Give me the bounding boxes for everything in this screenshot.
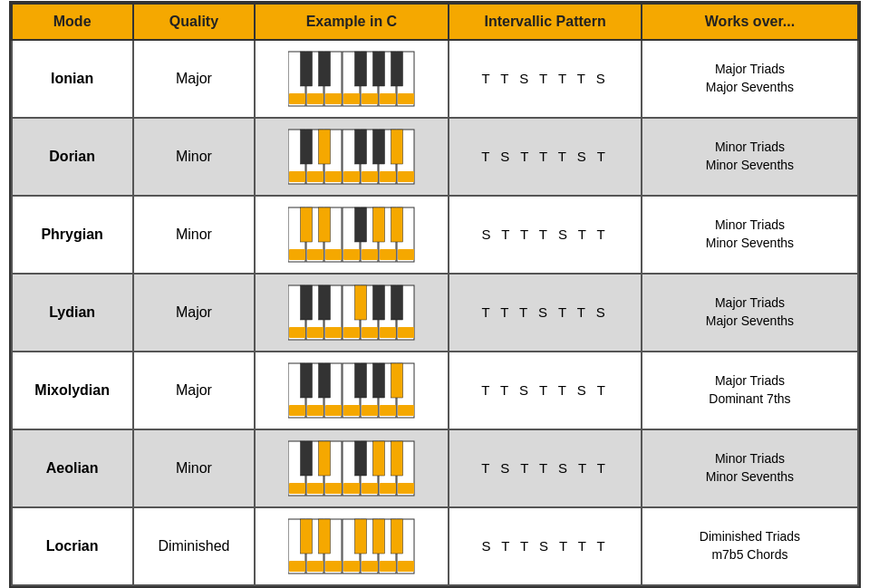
pattern-cell: T S T T S T T	[449, 429, 642, 507]
svg-rect-35	[354, 130, 366, 164]
svg-rect-88	[380, 405, 396, 416]
quality-cell: Major	[133, 40, 255, 118]
header-quality: Quality	[133, 4, 255, 40]
header-pattern: Intervallic Pattern	[449, 4, 642, 40]
quality-cell: Minor	[133, 429, 255, 507]
svg-rect-84	[307, 405, 323, 416]
svg-rect-69	[380, 327, 396, 338]
svg-rect-89	[398, 405, 414, 416]
svg-rect-93	[372, 363, 384, 398]
svg-rect-85	[325, 405, 342, 416]
svg-rect-107	[380, 483, 396, 494]
svg-rect-50	[380, 249, 396, 260]
piano-cell	[255, 40, 449, 118]
svg-rect-121	[289, 561, 305, 572]
works-cell: Major TriadsMajor Sevenths	[642, 274, 857, 352]
svg-rect-48	[343, 249, 360, 260]
quality-cell: Minor	[133, 196, 255, 274]
mode-cell: Dorian	[12, 118, 133, 196]
svg-rect-74	[372, 285, 384, 320]
mode-cell: Locrian	[12, 507, 133, 585]
svg-rect-70	[398, 327, 414, 338]
svg-rect-75	[391, 285, 402, 320]
svg-rect-130	[354, 519, 366, 554]
svg-rect-49	[362, 249, 378, 260]
mode-cell: Mixolydian	[12, 352, 133, 429]
svg-rect-66	[325, 327, 342, 338]
svg-rect-17	[372, 52, 384, 86]
svg-rect-73	[354, 285, 366, 320]
svg-rect-53	[318, 207, 330, 242]
piano-cell	[255, 507, 449, 585]
svg-rect-36	[372, 130, 384, 164]
svg-rect-14	[300, 52, 312, 86]
svg-rect-71	[300, 285, 312, 320]
pattern-cell: T T T S T T S	[449, 274, 642, 352]
header-works: Works over...	[642, 4, 857, 40]
svg-rect-10	[343, 93, 360, 104]
svg-rect-12	[380, 93, 396, 104]
svg-rect-65	[307, 327, 323, 338]
svg-rect-124	[343, 561, 360, 572]
svg-rect-27	[307, 171, 323, 182]
quality-cell: Major	[133, 274, 255, 352]
svg-rect-131	[372, 519, 384, 554]
svg-rect-37	[391, 130, 402, 164]
svg-rect-46	[307, 249, 323, 260]
svg-rect-94	[391, 363, 402, 398]
svg-rect-34	[318, 130, 330, 164]
mode-cell: Phrygian	[12, 196, 133, 274]
works-cell: Diminished Triadsm7b5 Chords	[642, 507, 857, 585]
svg-rect-102	[289, 483, 305, 494]
piano-cell	[255, 196, 449, 274]
works-cell: Major TriadsMajor Sevenths	[642, 40, 857, 118]
svg-rect-92	[354, 363, 366, 398]
svg-rect-13	[398, 93, 414, 104]
svg-rect-52	[300, 207, 312, 242]
svg-rect-110	[318, 441, 330, 476]
quality-cell: Diminished	[133, 507, 255, 585]
mode-cell: Aeolian	[12, 429, 133, 507]
svg-rect-64	[289, 327, 305, 338]
quality-cell: Major	[133, 352, 255, 429]
piano-cell	[255, 429, 449, 507]
svg-rect-113	[391, 441, 402, 476]
works-cell: Minor TriadsMinor Sevenths	[642, 429, 857, 507]
svg-rect-68	[362, 327, 378, 338]
svg-rect-103	[307, 483, 323, 494]
svg-rect-83	[289, 405, 305, 416]
svg-rect-16	[354, 52, 366, 86]
piano-cell	[255, 352, 449, 429]
svg-rect-7	[289, 93, 305, 104]
svg-rect-128	[300, 519, 312, 554]
svg-rect-122	[307, 561, 323, 572]
mode-cell: Lydian	[12, 274, 133, 352]
svg-rect-33	[300, 130, 312, 164]
svg-rect-28	[325, 171, 342, 182]
piano-cell	[255, 118, 449, 196]
pattern-cell: T S T T T S T	[449, 118, 642, 196]
svg-rect-15	[318, 52, 330, 86]
svg-rect-51	[398, 249, 414, 260]
svg-rect-11	[362, 93, 378, 104]
svg-rect-31	[380, 171, 396, 182]
quality-cell: Minor	[133, 118, 255, 196]
svg-rect-132	[391, 519, 402, 554]
svg-rect-125	[362, 561, 378, 572]
header-mode: Mode	[12, 4, 133, 40]
svg-rect-67	[343, 327, 360, 338]
svg-rect-9	[325, 93, 342, 104]
svg-rect-123	[325, 561, 342, 572]
svg-rect-32	[398, 171, 414, 182]
piano-cell	[255, 274, 449, 352]
pattern-cell: T T S T T T S	[449, 40, 642, 118]
svg-rect-87	[362, 405, 378, 416]
works-cell: Minor TriadsMinor Sevenths	[642, 196, 857, 274]
svg-rect-105	[343, 483, 360, 494]
svg-rect-108	[398, 483, 414, 494]
svg-rect-8	[307, 93, 323, 104]
svg-rect-112	[372, 441, 384, 476]
svg-rect-56	[391, 207, 402, 242]
svg-rect-126	[380, 561, 396, 572]
svg-rect-47	[325, 249, 342, 260]
